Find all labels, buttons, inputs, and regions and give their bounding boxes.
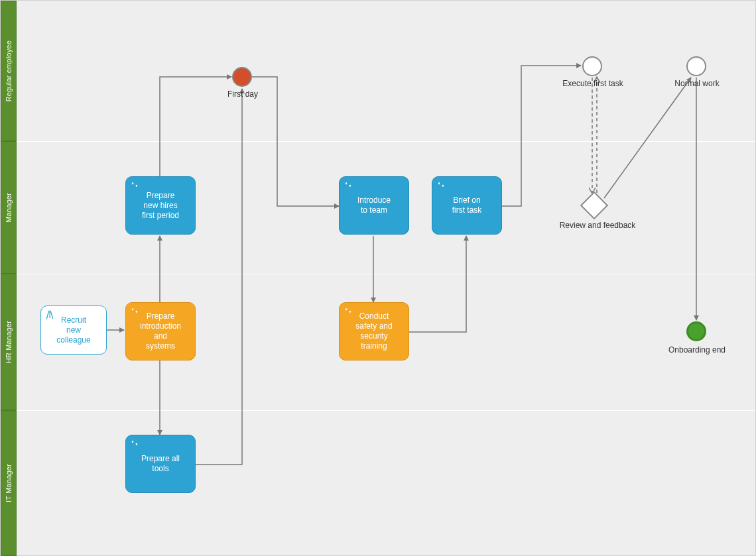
- steps-icon: [130, 307, 139, 316]
- lane-header-manager: Manager: [1, 141, 17, 274]
- task-prepare-first-period[interactable]: Preparenew hiresfirst period: [125, 176, 196, 235]
- lane-label: Manager: [5, 193, 13, 223]
- task-label: Preparenew hiresfirst period: [142, 191, 179, 221]
- task-label: Recruitnewcolleague: [56, 315, 90, 345]
- lane-label: IT Manager: [5, 464, 13, 502]
- event-label: Onboarding end: [664, 345, 730, 355]
- lane-header-it-manager: IT Manager: [1, 410, 17, 556]
- task-conduct-training[interactable]: Conductsafety andsecuritytraining: [339, 302, 409, 361]
- gateway-label: Review and feedback: [551, 221, 644, 230]
- lane-header-hr-manager: HR Manager: [1, 274, 17, 410]
- road-icon: [45, 310, 54, 319]
- task-label: Conductsafety andsecuritytraining: [355, 311, 392, 351]
- lane-label: Regular employee: [5, 40, 13, 101]
- lane-divider: [17, 141, 755, 142]
- lane-label: HR Manager: [5, 321, 13, 363]
- event-first-day[interactable]: [232, 67, 252, 87]
- task-recruit-new-colleague[interactable]: Recruitnewcolleague: [40, 306, 107, 355]
- swimlane-pool: Regular employee Manager HR Manager IT M…: [0, 0, 756, 556]
- task-label: Prepareintroductionandsystems: [140, 311, 181, 351]
- task-brief-first-task[interactable]: Brief onfirst task: [432, 176, 502, 235]
- gateway-review-feedback[interactable]: [580, 192, 608, 219]
- task-label: Brief onfirst task: [452, 195, 482, 215]
- task-label: Introduceto team: [357, 195, 391, 215]
- event-label: Execute first task: [553, 79, 633, 88]
- steps-icon: [344, 307, 353, 316]
- task-label: Prepare alltools: [141, 454, 180, 474]
- steps-icon: [130, 181, 139, 190]
- event-onboarding-end[interactable]: [686, 321, 706, 341]
- event-label: Normal work: [669, 79, 725, 88]
- task-introduce-to-team[interactable]: Introduceto team: [339, 176, 409, 235]
- connector-layer: [1, 1, 756, 556]
- task-prepare-introduction[interactable]: Prepareintroductionandsystems: [125, 302, 196, 361]
- event-label: First day: [223, 89, 263, 99]
- lane-divider: [17, 410, 755, 411]
- event-normal-work[interactable]: [686, 56, 706, 76]
- lane-divider: [17, 274, 755, 274]
- lane-header-regular-employee: Regular employee: [1, 1, 17, 141]
- steps-icon: [130, 439, 139, 449]
- event-execute-first-task[interactable]: [582, 56, 602, 76]
- steps-icon: [344, 181, 353, 190]
- task-prepare-all-tools[interactable]: Prepare alltools: [125, 435, 196, 493]
- steps-icon: [436, 181, 446, 190]
